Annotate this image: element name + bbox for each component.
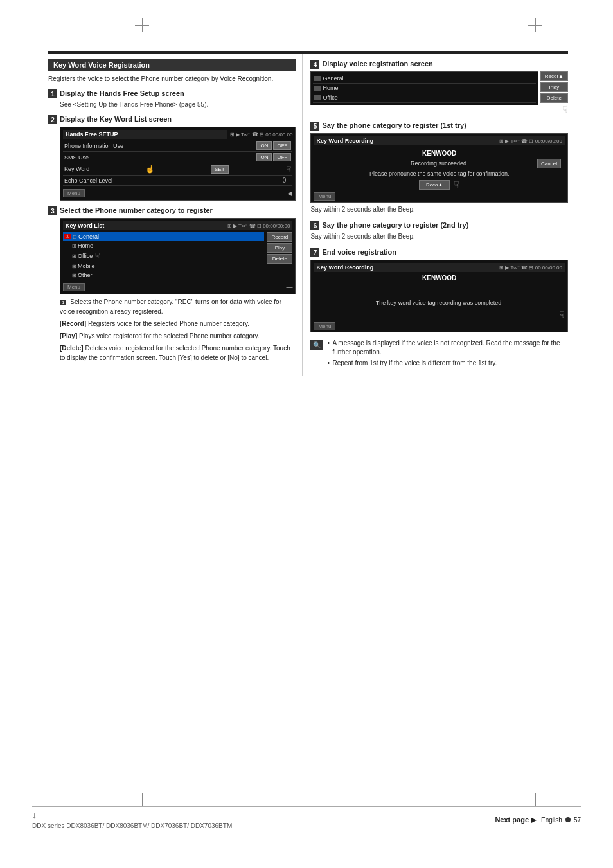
hf-menu-btn[interactable]: Menu [63,189,85,197]
desc-item-record: [Record] Registers voice for the selecte… [60,319,296,329]
desc-item-delete: [Delete] Deletes voice registered for th… [60,343,296,363]
step-6-sub: Say within 2 seconds after the Beep. [310,232,568,241]
hf-keyword-hand: ☟ [287,165,291,174]
hf-sms-off-btn[interactable]: OFF [273,153,291,161]
kwr-body-1: KENWOOD Recording succeeded. Please pron… [314,147,565,190]
hf-on-btn[interactable]: ON [256,141,272,150]
hands-free-setup-screen: Hands Free SETUP ⊞ ▶ T∞⁻ ☎ ⊟ 00:00/00:00… [60,127,296,201]
vr-label-home: Home [323,85,338,91]
step-4-num: 4 [310,60,319,69]
vr-label-office: Office [323,95,337,101]
right-column: 4 Display voice registration screen Gene… [303,54,568,376]
kwl-icon-mobile: ⊞ [72,264,76,269]
kwl-item-home[interactable]: ⊞ Home [63,241,264,250]
kwr-status-2: ⊞ ▶ T∞⁻ ☎ ⊟ 00:00/00:00 [499,265,562,271]
down-arrow-icon: ↓ [32,810,37,820]
kwl-item-mobile[interactable]: ⊞ Mobile [63,262,264,271]
desc-text-delete: Deletes voice registered for the selecte… [60,345,290,361]
vr-row-general: General [313,74,535,84]
kwr-footer-1: Menu [314,192,565,199]
hf-off-btn[interactable]: OFF [273,141,291,150]
kwl-buttons: Record Play Delete [267,232,292,280]
bottom-left: ↓ DDX series DDX8036BT/ DDX8036BTM/ DDX7… [32,810,232,829]
step-4-header: 4 Display voice registration screen [310,59,568,69]
dot-indicator [565,817,571,822]
page-wrapper: Key Word Voice Registration Registers th… [0,0,613,868]
kwr-menu-btn-2[interactable]: Menu [314,322,335,330]
kwl-menu-btn[interactable]: Menu [63,283,85,291]
step-1-num: 1 [48,89,57,98]
kwr-kenwood-1: KENWOOD [314,150,565,157]
vr-record-btn[interactable]: Recor▲ [540,71,568,81]
kwl-label-other: Other [78,272,93,278]
vr-icon-general [314,76,321,81]
kwr-msg1: Recording succeeded. [314,159,565,168]
vr-label-general: General [323,75,343,82]
kwr-menu-btn-1[interactable]: Menu [314,192,335,201]
hf-row-keyword: Key Word ☝ SET ☟ [63,163,292,176]
note-item-2: Repeat from 1st try if the voice is diff… [327,359,568,368]
step-3-title: Select the Phone number category to regi… [60,206,213,215]
desc-label-delete: [Delete] [60,345,84,352]
kwr-screen-2: Key Word Recording ⊞ ▶ T∞⁻ ☎ ⊟ 00:00/00:… [310,260,568,332]
step-6: 6 Say the phone category to register (2n… [310,221,568,241]
section-intro: Registers the voice to select the Phone … [48,75,296,84]
desc-label-play: [Play] [60,332,77,339]
kwr-title-2: Key Word Recording [316,264,373,271]
kwr-end-hand: ☟ [559,309,565,320]
kwr-kenwood-2: KENWOOD [314,275,565,282]
hf-echo-label: Echo Cancel Level [64,177,112,184]
kwr-content-1: KENWOOD Recording succeeded. Please pron… [314,147,565,190]
step-3-header: 3 Select the Phone number category to re… [48,206,296,215]
kwr-completion-msg: The key-word voice tag recording was com… [314,299,565,307]
bottom-arrow: ↓ [32,810,232,820]
desc-text-record: Registers voice for the selected Phone n… [88,320,249,327]
voice-reg-list: General Home Office [310,71,538,114]
section-title: Key Word Voice Registration [48,59,296,71]
kwr-title-1: Key Word Recording [316,138,373,144]
kwl-screen: Key Word List ⊞ ▶ T∞⁻ ☎ ⊟ 00:00/00:00 ① … [60,218,296,294]
hf-sms-on-off: ON OFF [256,153,291,161]
bottom-right: Next page ▶ English 57 [495,816,581,824]
desc-text-play: Plays voice registered for the selected … [79,332,260,339]
step-2-header: 2 Display the Key Word List screen [48,114,296,124]
hf-sms-on-btn[interactable]: ON [256,153,272,161]
kwl-nav-icon: — [286,284,292,291]
kwl-item-general[interactable]: ① ⊞ General [63,232,264,241]
vr-row-office: Office [313,93,535,103]
hf-set-btn[interactable]: SET [211,165,229,174]
hf-keyword-icon: ☝ [145,165,155,174]
step-2-title: Display the Key Word List screen [60,114,172,123]
vr-play-btn[interactable]: Play [540,82,568,92]
kwr-rec-hand: ☟ [454,179,459,190]
kwl-body: ① ⊞ General ⊞ Home ⊞ Off [63,232,292,280]
notes-list: A message is displayed if the voice is n… [327,339,568,370]
vr-delete-btn[interactable]: Delete [540,93,568,103]
kwl-delete-btn[interactable]: Delete [267,254,292,264]
kwr-cancel-btn[interactable]: Cancel [537,159,561,168]
desc-text-1: Selects the Phone number category. "REC"… [60,298,281,315]
kwl-item-office[interactable]: ⊞ Office ☟ [63,250,264,262]
step-1-title: Display the Hands Free Setup screen [60,89,184,98]
lang-label: English [541,817,562,824]
hf-row-sms: SMS Use ON OFF [63,152,292,163]
kwl-record-btn[interactable]: Record [267,232,292,242]
kwl-icon-other: ⊞ [72,273,76,278]
step-4-title: Display voice registration screen [322,59,432,68]
hf-back-btn[interactable]: ◀ [287,190,292,197]
kwr-header-2: Key Word Recording ⊞ ▶ T∞⁻ ☎ ⊟ 00:00/00:… [314,263,565,272]
kwl-header: Key Word List ⊞ ▶ T∞⁻ ☎ ⊟ 00:00/00:00 [63,221,292,230]
kwl-play-btn[interactable]: Play [267,243,292,253]
kwl-item-other[interactable]: ⊞ Other [63,271,264,280]
kwl-list: ① ⊞ General ⊞ Home ⊞ Off [63,232,264,280]
kwr-screen-1: Key Word Recording ⊞ ▶ T∞⁻ ☎ ⊟ 00:00/00:… [310,133,568,203]
kwl-label-mobile: Mobile [78,263,95,269]
step-6-num: 6 [310,221,319,230]
crosshair-tl [135,18,149,32]
step-3-desc: 1 Selects the Phone number category. "RE… [60,297,296,363]
kwr-rec-btn[interactable]: Reco▲ [419,180,450,190]
hf-row-phone-info: Phone Information Use ON OFF [63,140,292,152]
step-1-sub: See <Setting Up the Hands-Free Phone> (p… [60,100,296,109]
step-5-header: 5 Say the phone category to register (1s… [310,121,568,131]
kwl-label-office: Office [78,253,93,259]
